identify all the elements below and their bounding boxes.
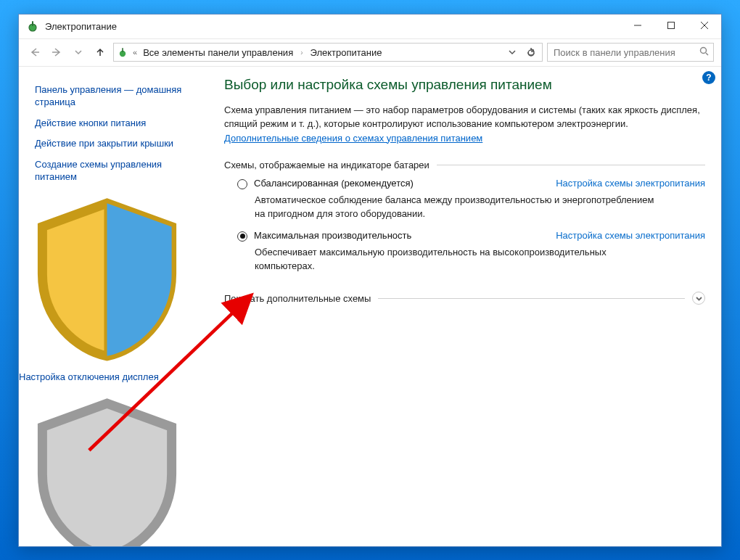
- power-options-icon: [26, 20, 39, 33]
- plan-desc: Обеспечивает максимальную производительн…: [255, 246, 661, 273]
- power-options-icon: [117, 46, 128, 58]
- window-title: Электропитание: [45, 21, 117, 32]
- svg-point-6: [701, 48, 707, 54]
- window-controls: [621, 15, 721, 38]
- plan-config-link[interactable]: Настройка схемы электропитания: [556, 178, 705, 189]
- minimize-button[interactable]: [621, 15, 654, 36]
- sidebar-item-power-button[interactable]: Действие кнопки питания: [35, 113, 195, 134]
- titlebar: Электропитание: [19, 15, 721, 39]
- address-bar[interactable]: « Все элементы панели управления › Элект…: [113, 43, 543, 62]
- plan-max-performance: Максимальная производительность Настройк…: [237, 230, 705, 273]
- breadcrumb-current[interactable]: Электропитание: [309, 47, 384, 58]
- plan-name[interactable]: Максимальная производительность: [254, 230, 411, 241]
- control-panel-window: Электропитание « Все элементы панели упр…: [18, 14, 722, 547]
- search-box[interactable]: [547, 43, 714, 62]
- search-input[interactable]: [552, 46, 695, 59]
- intro-more-link[interactable]: Дополнительные сведения о схемах управле…: [224, 133, 482, 144]
- help-button[interactable]: ?: [702, 71, 715, 84]
- divider: [437, 165, 705, 165]
- search-icon: [699, 46, 709, 58]
- svg-rect-3: [668, 22, 675, 28]
- plan-desc: Автоматическое соблюдение баланса между …: [255, 194, 661, 221]
- sidebar-item-lid-close[interactable]: Действие при закрытии крышки: [35, 133, 195, 155]
- nav-back-button[interactable]: [26, 44, 44, 61]
- plan-radio-balanced[interactable]: [237, 179, 247, 189]
- chevron-right-icon: ›: [300, 49, 303, 57]
- nav-up-button[interactable]: [91, 44, 109, 61]
- intro-text: Схема управления питанием — это набор па…: [224, 103, 705, 146]
- sidebar-item-sleep[interactable]: Настройка перехода в спящий режим: [19, 388, 195, 546]
- navbar: « Все элементы панели управления › Элект…: [19, 39, 721, 67]
- shield-icon: [19, 359, 195, 370]
- intro-plain: Схема управления питанием — это набор па…: [224, 104, 700, 130]
- sidebar-item-label: Настройка отключения дисплея: [19, 371, 159, 382]
- sidebar-item-create-plan[interactable]: Создание схемы управления питанием: [35, 155, 195, 188]
- main-content: ? Выбор или настройка схемы управления п…: [204, 67, 721, 546]
- sidebar-item-display-off[interactable]: Настройка отключения дисплея: [19, 188, 195, 388]
- breadcrumb-parent[interactable]: Все элементы панели управления: [141, 47, 295, 58]
- refresh-button[interactable]: [523, 44, 539, 60]
- svg-rect-5: [122, 48, 123, 52]
- page-heading: Выбор или настройка схемы управления пит…: [224, 77, 705, 93]
- maximize-button[interactable]: [654, 15, 688, 36]
- address-dropdown-button[interactable]: [504, 44, 520, 60]
- plan-config-link[interactable]: Настройка схемы электропитания: [556, 230, 705, 241]
- plan-name[interactable]: Сбалансированная (рекомендуется): [254, 178, 414, 189]
- chevron-down-icon[interactable]: [692, 292, 705, 305]
- window-body: Панель управления — домашняя страница Де…: [19, 67, 721, 546]
- plan-balanced: Сбалансированная (рекомендуется) Настрой…: [237, 178, 705, 221]
- group-more-plans[interactable]: Показать дополнительные схемы: [224, 292, 705, 305]
- sidebar: Панель управления — домашняя страница Де…: [19, 67, 204, 546]
- group-shown-plans: Схемы, отображаемые на индикаторе батаре…: [224, 160, 705, 170]
- nav-forward-button[interactable]: [48, 44, 65, 61]
- group-label: Показать дополнительные схемы: [224, 293, 371, 304]
- close-button[interactable]: [688, 15, 721, 36]
- breadcrumb-root-chevron[interactable]: «: [133, 48, 137, 57]
- sidebar-home-link[interactable]: Панель управления — домашняя страница: [35, 80, 195, 113]
- divider: [378, 298, 685, 299]
- plan-radio-max-performance[interactable]: [237, 231, 247, 242]
- nav-recent-button[interactable]: [70, 44, 87, 61]
- group-label: Схемы, отображаемые на индикаторе батаре…: [224, 160, 429, 170]
